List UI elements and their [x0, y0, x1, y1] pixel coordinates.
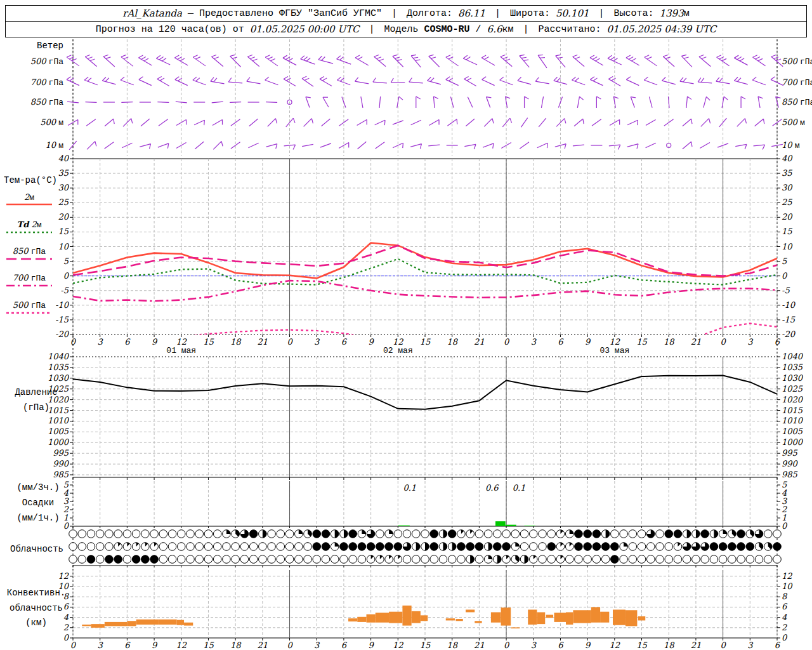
meteogram-page: rAl_Katanda — Предоставлено ФГБУ "ЗапСиб… [0, 0, 812, 650]
header1-part: Долгота: [407, 8, 458, 19]
temp-tick-left: -20 [55, 329, 70, 339]
convective-bar [348, 618, 357, 621]
temp-tick-right: -20 [782, 329, 796, 339]
temp-tick-right: 25 [782, 197, 792, 207]
header1-part: 86.11 [458, 8, 485, 19]
hour-label-mid: 6 [124, 337, 131, 347]
conv-tick-left: 6 [63, 602, 70, 611]
conv-tick-left: 2 [63, 623, 69, 632]
precip-unit-3h: (мм/3ч.) [16, 482, 59, 493]
convective-bar [591, 607, 600, 622]
header1-part: Широта: [510, 8, 556, 19]
hour-label-bottom: 21 [258, 640, 268, 650]
pressure-tick-left: 1015 [48, 406, 69, 415]
hour-label-bottom: 18 [230, 640, 242, 650]
precip-tick-right: 2 [782, 505, 787, 514]
precip-bar [495, 521, 506, 526]
hour-label-mid: 18 [664, 337, 675, 347]
wind-level-label-left: 700 гПа [30, 77, 64, 88]
convective-bar [501, 607, 511, 625]
hour-label-bottom: 3 [747, 640, 754, 650]
wind-level-label-right: 850 гПа [782, 97, 812, 107]
hour-label-bottom: 0 [287, 640, 293, 650]
precipitation-panel: 0.10.60.1 [398, 483, 535, 526]
hour-label-mid: 21 [474, 337, 485, 347]
pressure-tick-right: 1000 [782, 437, 804, 447]
wind-level-label-left: 500 м [40, 117, 63, 128]
hour-label-mid: 3 [747, 337, 754, 347]
precip-tick-right: 0 [782, 521, 788, 531]
precip-tick-right: 5 [782, 480, 787, 489]
header2-part: / [470, 24, 487, 35]
convective-bar [105, 622, 128, 626]
precip-bar [525, 526, 535, 526]
temp-tick-left: 30 [58, 183, 69, 192]
hour-label-mid: 0 [720, 337, 726, 347]
date-label: 03 мая [599, 346, 629, 355]
convective-bar [127, 621, 136, 626]
hour-label-bottom: 15 [420, 640, 431, 650]
header2-part: | [513, 24, 538, 35]
temp-legend-title: Тем-ра(°C) [4, 175, 57, 185]
cloudiness-panel [69, 530, 782, 564]
temp-tick-right: 5 [782, 256, 787, 266]
convective-bar [613, 609, 625, 625]
convective-bar [573, 610, 591, 623]
pressure-tick-right: 1005 [782, 427, 803, 436]
precip-tick-right: 1 [782, 513, 787, 522]
pressure-tick-left: 1035 [48, 362, 69, 372]
pressure-tick-right: 1030 [782, 373, 804, 383]
conv-tick-right: 6 [782, 602, 788, 611]
wind-level-label-left: 10 м [46, 140, 64, 150]
hour-label-mid: 21 [258, 337, 268, 347]
convective-bar [528, 609, 537, 624]
convective-bar [402, 606, 411, 626]
hour-label-mid: 9 [368, 337, 374, 347]
convective-bar [491, 613, 501, 623]
precip-tick-left: 0 [63, 521, 70, 531]
temp-tick-left: 0 [63, 271, 70, 281]
hour-label-bottom: 9 [152, 640, 158, 650]
convective-bar [412, 611, 421, 623]
header2-part: км [502, 24, 513, 35]
hour-label-bottom: 18 [664, 640, 675, 650]
pressure-tick-right: 1040 [782, 352, 804, 361]
hour-label-bottom: 12 [610, 640, 620, 650]
convective-bar [446, 618, 455, 620]
hour-label-bottom: 15 [636, 640, 647, 650]
hour-label-bottom: 18 [447, 640, 458, 650]
convective-bar [638, 616, 645, 620]
hour-label-mid: 6 [341, 337, 348, 347]
hour-label-mid: 21 [691, 337, 702, 347]
wind-barbs-panel [67, 55, 783, 149]
pressure-tick-left: 990 [53, 459, 70, 468]
wind-level-label-right: 500 м [782, 117, 805, 128]
precip-tick-left: 2 [63, 505, 69, 514]
header2-part: 01.05.2025 00:00 UTC [250, 23, 360, 35]
convective-bar [177, 620, 184, 625]
convective-bar [466, 609, 475, 612]
precip-value-label: 0.1 [403, 483, 416, 493]
temp-tick-left: 35 [58, 168, 69, 178]
convective-bar [184, 623, 193, 626]
hour-label-mid: 15 [203, 337, 214, 347]
header2-part: Прогноз на 120 часа(ов) от [96, 24, 250, 35]
temp-tick-left: -10 [55, 300, 70, 310]
convective-bar [136, 620, 159, 625]
date-label: 02 мая [383, 346, 413, 355]
pressure-tick-right: 995 [782, 448, 798, 458]
temp-tick-right: 10 [782, 242, 793, 251]
temp-legend-item: 2м [24, 192, 34, 202]
pressure-unit: (гПа) [23, 402, 49, 413]
wind-level-label-right: 500 гПа [782, 56, 812, 67]
hour-label-mid: 3 [531, 337, 537, 347]
hour-label-mid: 12 [393, 337, 403, 347]
convective-bar [82, 625, 91, 626]
precip-tick-right: 4 [782, 488, 787, 498]
header-station-line: rAl_Katanda — Предоставлено ФГБУ "ЗапСиб… [5, 5, 807, 22]
temp-tick-left: -5 [60, 286, 69, 295]
conv-tick-left: 4 [63, 613, 69, 622]
pressure-tick-right: 985 [782, 470, 798, 479]
precip-tick-right: 3 [782, 496, 788, 506]
temp-tick-right: 15 [782, 227, 792, 236]
